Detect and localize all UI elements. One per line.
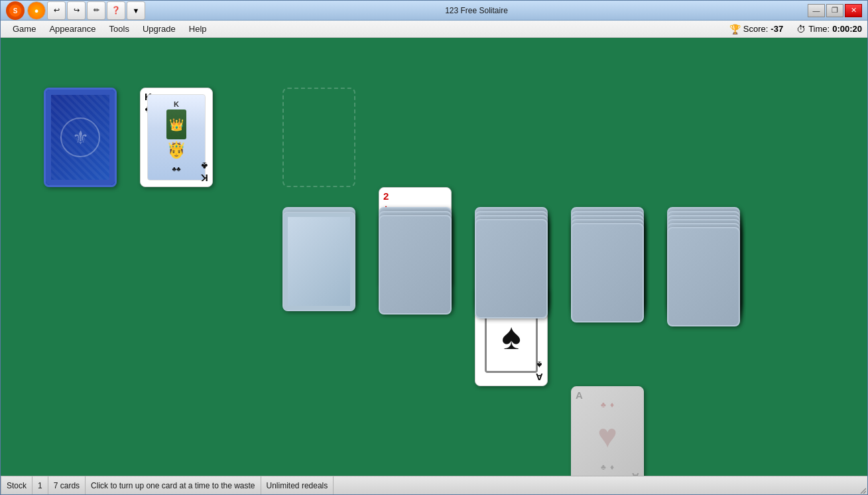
score-value: -37 bbox=[771, 24, 783, 34]
tableau-col6-back5 bbox=[571, 223, 644, 322]
status-cards: 7 cards bbox=[48, 476, 86, 494]
time-display: ⏱ Time: 0:00:20 bbox=[796, 24, 862, 35]
found-ag1-small-pips: ♣♦ bbox=[601, 400, 614, 409]
score-label: Score: bbox=[743, 24, 769, 34]
toolbar-btn-1[interactable]: ● bbox=[27, 1, 46, 20]
title-bar: S ● ↩ ↪ ✏ ❓ ▼ 123 Free Solitaire — ❐ ✕ bbox=[1, 1, 867, 21]
app-icon: S bbox=[6, 1, 25, 20]
stock-pile[interactable]: ⚜ bbox=[44, 88, 117, 187]
game-area[interactable]: ⚜ K ♣ K 👑 🤴 ♣♣ bbox=[1, 38, 867, 476]
toolbar-btn-2[interactable]: ↩ bbox=[47, 1, 66, 20]
menu-game[interactable]: Game bbox=[6, 22, 42, 36]
menu-bar: Game Appearance Tools Upgrade Help 🏆 Sco… bbox=[1, 21, 867, 38]
status-count: 1 bbox=[32, 476, 48, 494]
menu-help[interactable]: Help bbox=[182, 22, 214, 36]
found-ag1-pip: ♥ bbox=[597, 417, 617, 455]
tableau-col5-back4 bbox=[475, 219, 548, 318]
maximize-button[interactable]: ❐ bbox=[826, 4, 843, 17]
window-controls: — ❐ ✕ bbox=[808, 4, 862, 17]
minimize-button[interactable]: — bbox=[808, 4, 825, 17]
status-redeals: Unlimited redeals bbox=[261, 476, 334, 494]
status-bar: Stock 1 7 cards Click to turn up one car… bbox=[1, 476, 867, 494]
tableau-col7-back6 bbox=[667, 227, 740, 326]
tableau-col4-back3 bbox=[379, 215, 452, 315]
found-as-pip: ♠ bbox=[501, 318, 521, 355]
empty-slot[interactable] bbox=[282, 88, 355, 187]
toolbar-btn-5[interactable]: ❓ bbox=[107, 1, 125, 20]
time-label: Time: bbox=[808, 24, 830, 34]
found-as-br: A ♠ bbox=[536, 359, 543, 383]
svg-text:S: S bbox=[13, 7, 18, 15]
svg-line-3 bbox=[863, 491, 866, 494]
time-value: 0:00:20 bbox=[832, 24, 862, 34]
window-title: 123 Free Solitaire bbox=[145, 6, 808, 15]
waste-king-clubs[interactable]: K ♣ K 👑 🤴 ♣♣ K ♣ bbox=[140, 88, 213, 187]
toolbar-btn-3[interactable]: ↪ bbox=[67, 1, 86, 20]
found-ag1-tl: A bbox=[576, 389, 583, 401]
menu-upgrade[interactable]: Upgrade bbox=[136, 22, 182, 36]
close-button[interactable]: ✕ bbox=[845, 4, 862, 17]
toolbar-btn-4[interactable]: ✏ bbox=[87, 1, 105, 20]
found-ag1-br: A bbox=[632, 470, 639, 476]
resize-grip[interactable] bbox=[858, 476, 867, 495]
foundation-ace-gray1[interactable]: A ♥ ♣♦ ♣♦ A bbox=[571, 386, 644, 476]
toolbar-btn-6[interactable]: ▼ bbox=[127, 1, 145, 20]
score-display: 🏆 Score: -37 bbox=[729, 24, 783, 35]
status-zone: Stock bbox=[1, 476, 32, 494]
found-ag1-bottom-pips: ♣♦ bbox=[601, 462, 614, 472]
waste-card-rank-br: K ♣ bbox=[201, 160, 208, 184]
svg-line-2 bbox=[861, 488, 866, 494]
menu-appearance[interactable]: Appearance bbox=[42, 22, 102, 36]
status-hint: Click to turn up one card at a time to t… bbox=[86, 476, 261, 494]
menu-tools[interactable]: Tools bbox=[103, 22, 136, 36]
stock-card-emblem: ⚜ bbox=[60, 117, 100, 157]
tableau-col3-back2 bbox=[282, 212, 355, 311]
